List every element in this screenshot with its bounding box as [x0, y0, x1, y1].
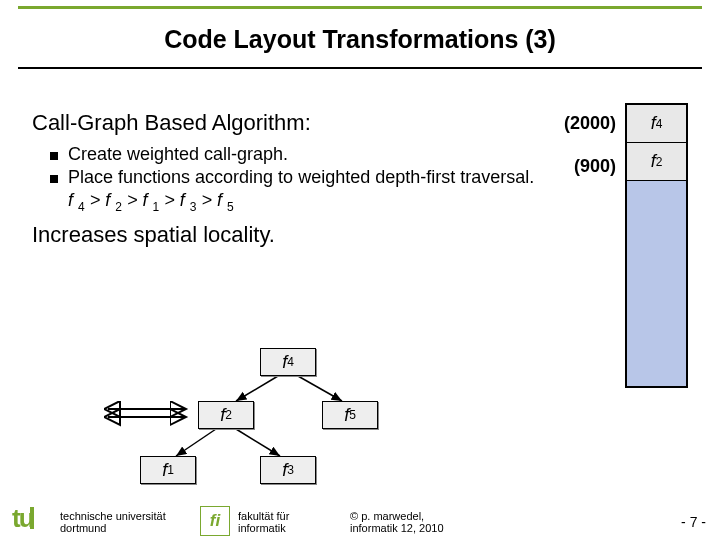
page-number: - 7 - [681, 514, 706, 530]
svg-line-1 [298, 376, 342, 401]
node-f5: f5 [322, 401, 378, 429]
university-name: technische universitätdortmund [60, 510, 166, 534]
top-rule [18, 6, 702, 9]
svg-line-2 [176, 429, 216, 456]
slide-title: Code Layout Transformations (3) [0, 25, 720, 54]
node-f1: f1 [140, 456, 196, 484]
weight-label: (900) [574, 156, 616, 177]
mid-rule [18, 67, 702, 69]
node-f2: f2 [198, 401, 254, 429]
bullet-text: Place functions according to weighted de… [68, 167, 534, 188]
svg-line-3 [236, 429, 280, 456]
bullet-text: Create weighted call-graph. [68, 144, 288, 165]
double-arrow-icon [100, 398, 194, 428]
footer: tu technische universitätdortmund fi fak… [0, 498, 720, 536]
function-order: f 4 > f 2 > f 1 > f 3 > f 5 [68, 190, 688, 214]
bullet-icon [50, 152, 58, 160]
increase-text: Increases spatial locality. [32, 222, 688, 248]
mem-cell: f2 [627, 143, 686, 181]
bullet-icon [50, 175, 58, 183]
mem-cell: f4 [627, 105, 686, 143]
tu-logo: tu [12, 503, 34, 534]
call-graph: f4 f2 f5 f1 f3 [110, 348, 450, 508]
node-f4: f4 [260, 348, 316, 376]
weight-label: (2000) [564, 113, 616, 134]
svg-line-0 [236, 376, 278, 401]
faculty: fakultät fürinformatik [238, 510, 289, 534]
copyright: © p. marwedel,informatik 12, 2010 [350, 510, 444, 534]
node-f3: f3 [260, 456, 316, 484]
memory-column: f4 f2 [625, 103, 688, 388]
fi-logo: fi [200, 506, 230, 536]
